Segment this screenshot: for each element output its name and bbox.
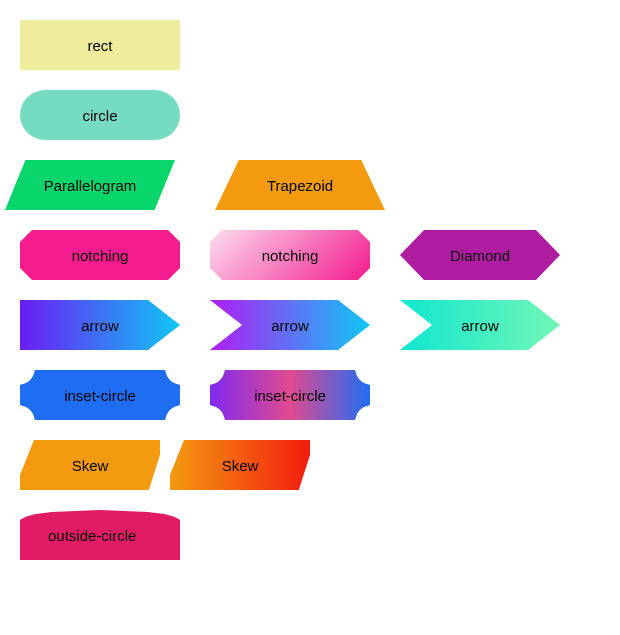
shape-label: notching — [262, 247, 319, 264]
shape-parallelogram: Parallelogram — [5, 160, 175, 210]
shape-label: Skew — [222, 457, 259, 474]
shape-skew: Skew — [20, 440, 160, 490]
shape-label: Skew — [72, 457, 109, 474]
shape-inset-circle: inset-circle — [20, 370, 180, 420]
shape-label: inset-circle — [64, 387, 136, 404]
shape-outside-circle: outside-circle — [20, 510, 180, 560]
shape-rect: rect — [20, 20, 180, 70]
shape-notching: notching — [210, 230, 370, 280]
shape-label: outside-circle — [48, 527, 136, 544]
shape-label: arrow — [81, 317, 119, 334]
shape-label: inset-circle — [254, 387, 326, 404]
shape-label: circle — [82, 107, 117, 124]
shape-label: Trapezoid — [267, 177, 333, 194]
shape-inset-circle: inset-circle — [210, 370, 370, 420]
shape-label: arrow — [461, 317, 499, 334]
shape-label: arrow — [271, 317, 309, 334]
shape-label: Parallelogram — [44, 177, 137, 194]
shape-circle: circle — [20, 90, 180, 140]
shape-notching: notching — [20, 230, 180, 280]
shape-arrow: arrow — [20, 300, 180, 350]
shape-arrow: arrow — [400, 300, 560, 350]
shape-diamond: Diamond — [400, 230, 560, 280]
shape-label: Diamond — [450, 247, 510, 264]
shape-trapezoid: Trapezoid — [215, 160, 385, 210]
shape-skew: Skew — [170, 440, 310, 490]
shape-label: rect — [87, 37, 112, 54]
shape-arrow: arrow — [210, 300, 370, 350]
shape-label: notching — [72, 247, 129, 264]
